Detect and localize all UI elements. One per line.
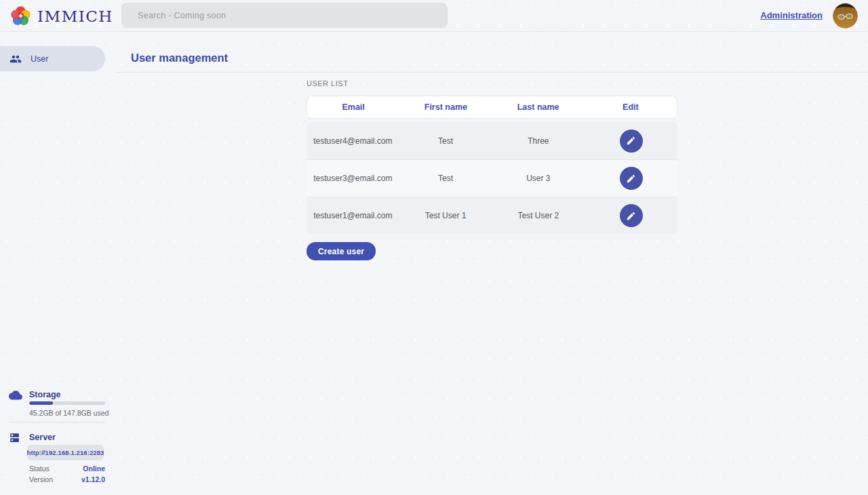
- user-last-name: Test User 2: [492, 211, 585, 220]
- sidebar: User Storage 45.2GB of 147.8GB used Serv…: [0, 32, 116, 495]
- pencil-icon: [626, 136, 636, 146]
- status-label: Status: [29, 464, 50, 473]
- edit-user-button[interactable]: [620, 204, 643, 227]
- user-first-name: Test: [399, 136, 492, 146]
- immich-app: IMMICH Administration: [0, 0, 868, 495]
- pencil-icon: [626, 211, 636, 221]
- server-version-row: Version v1.12.0: [29, 475, 105, 483]
- column-header-first-name: First name: [399, 102, 492, 112]
- table-row: testuser3@email.com Test User 3: [307, 159, 677, 197]
- logo-text: IMMICH: [37, 7, 113, 25]
- sidebar-item-user-label: User: [31, 54, 48, 64]
- storage-title: Storage: [29, 390, 61, 399]
- top-header: IMMICH Administration: [0, 0, 868, 32]
- server-url-badge: http://192.168.1.216:2283: [27, 445, 104, 460]
- storage-progress-fill: [29, 401, 53, 405]
- users-icon: [9, 53, 22, 65]
- server-url-text: http://192.168.1.216:2283: [27, 449, 104, 456]
- immich-flower-icon: [9, 5, 32, 27]
- administration-link[interactable]: Administration: [760, 10, 823, 20]
- server-title: Server: [29, 433, 56, 442]
- user-table-body: testuser4@email.com Test Three testuser3…: [307, 122, 677, 234]
- create-user-button[interactable]: Create user: [307, 242, 376, 260]
- sidebar-item-user[interactable]: User: [0, 46, 105, 71]
- page-title: User management: [131, 52, 228, 64]
- storage-progress-bar: [29, 401, 105, 405]
- user-table-header: Email First name Last name Edit: [307, 96, 677, 119]
- user-list-label: USER LIST: [307, 79, 348, 87]
- sidebar-divider: [9, 422, 105, 422]
- edit-user-button[interactable]: [620, 130, 643, 153]
- pencil-icon: [626, 174, 636, 184]
- search-input[interactable]: [121, 3, 448, 28]
- user-last-name: Three: [492, 136, 585, 146]
- user-first-name: Test: [399, 174, 492, 183]
- column-header-edit: Edit: [585, 102, 677, 112]
- user-avatar[interactable]: [833, 3, 858, 28]
- user-first-name: Test User 1: [399, 211, 492, 220]
- version-value: v1.12.0: [81, 475, 105, 483]
- immich-logo[interactable]: IMMICH: [9, 5, 113, 27]
- table-row: testuser1@email.com Test User 1 Test Use…: [307, 197, 677, 234]
- cloud-icon: [9, 389, 22, 403]
- status-value: Online: [83, 464, 105, 473]
- user-email: testuser3@email.com: [307, 174, 399, 183]
- server-icon: [9, 432, 20, 446]
- storage-usage-text: 45.2GB of 147.8GB used: [29, 409, 108, 417]
- user-email: testuser4@email.com: [307, 136, 399, 146]
- title-divider: [116, 72, 868, 73]
- server-status-row: Status Online: [29, 464, 105, 473]
- search-bar[interactable]: [121, 3, 448, 28]
- column-header-email: Email: [307, 102, 399, 112]
- edit-user-button[interactable]: [620, 167, 643, 190]
- table-row: testuser4@email.com Test Three: [307, 122, 677, 159]
- user-email: testuser1@email.com: [307, 211, 399, 220]
- version-label: Version: [29, 475, 53, 483]
- column-header-last-name: Last name: [492, 102, 585, 112]
- user-last-name: User 3: [492, 174, 585, 183]
